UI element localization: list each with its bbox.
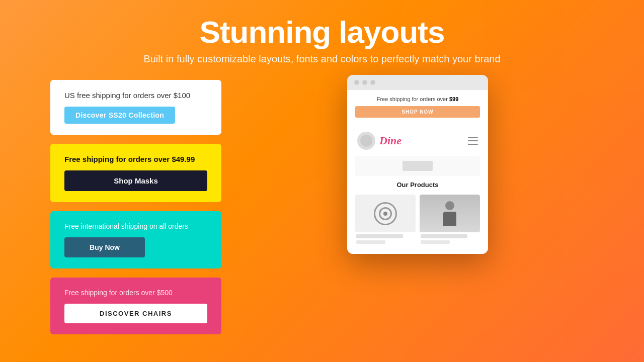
announcement-bar: Free shipping for orders over $99 SHOP N… [347, 90, 488, 124]
person-head [445, 201, 454, 210]
page-subtitle: Built in fully customizable layouts, fon… [143, 53, 500, 65]
browser-window: Free shipping for orders over $99 SHOP N… [347, 75, 488, 254]
shop-now-button[interactable]: SHOP NOW [355, 106, 480, 118]
store-header: Dine [355, 132, 480, 150]
store-logo-circle [357, 132, 375, 150]
announcement-text: Free shipping for orders over $99 [355, 96, 480, 102]
product-image-person [420, 195, 480, 232]
product-image-2 [420, 195, 480, 232]
banner-pink-text: Free shipping for orders over $500 [64, 289, 207, 297]
browser-mockup: Free shipping for orders over $99 SHOP N… [242, 75, 594, 254]
discover-ss20-button[interactable]: Discover SS20 Collection [64, 107, 175, 124]
browser-dot-2 [362, 80, 367, 85]
product-card-1[interactable] [355, 195, 416, 246]
announcement-amount: $99 [449, 96, 458, 102]
product-name-blur-2 [421, 234, 467, 238]
product-info-1 [355, 232, 416, 246]
banner-cyan-text: Free international shipping on all order… [64, 222, 207, 230]
product-price-blur-1 [356, 240, 385, 244]
section-title: Our Products [355, 181, 480, 189]
banner-yellow: Free shipping for orders over $49.99 Sho… [50, 144, 221, 202]
page-wrapper: Stunning layouts Built in fully customiz… [0, 0, 644, 362]
product-price-blur-2 [421, 240, 450, 244]
browser-chrome [347, 75, 488, 90]
target-icon [373, 201, 398, 226]
header: Stunning layouts Built in fully customiz… [143, 0, 500, 65]
banner-yellow-text: Free shipping for orders over $49.99 [64, 155, 207, 163]
store-logo-area: Dine [357, 132, 401, 150]
banner-white-text: US free shipping for orders over $100 [64, 91, 190, 100]
store-content: Dine Our Products [347, 124, 488, 254]
banner-cyan: Free international shipping on all order… [50, 211, 221, 268]
person-body [443, 212, 456, 226]
banner-white: US free shipping for orders over $100 Di… [50, 80, 221, 135]
product-name-blur-1 [356, 234, 403, 238]
product-card-2[interactable] [420, 195, 480, 246]
banner-pink: Free shipping for orders over $500 DISCO… [50, 278, 221, 334]
person-shape [443, 201, 456, 226]
page-title: Stunning layouts [143, 15, 500, 49]
banners-column: US free shipping for orders over $100 Di… [50, 80, 221, 334]
product-image-target [355, 195, 416, 232]
store-logo-text: Dine [379, 134, 401, 147]
promo-inner [403, 161, 433, 171]
browser-dot-3 [370, 80, 375, 85]
shop-masks-button[interactable]: Shop Masks [64, 170, 207, 191]
hamburger-icon[interactable] [468, 136, 478, 146]
announcement-label: Free shipping for orders over [377, 96, 449, 102]
product-info-2 [420, 232, 480, 246]
main-content: US free shipping for orders over $100 Di… [0, 80, 644, 334]
browser-dot-1 [354, 80, 359, 85]
discover-chairs-button[interactable]: DISCOVER CHAIRS [64, 304, 207, 323]
buy-now-button[interactable]: Buy Now [64, 237, 145, 257]
promo-block [355, 156, 480, 176]
products-grid [355, 195, 480, 246]
product-image-1 [355, 195, 416, 232]
